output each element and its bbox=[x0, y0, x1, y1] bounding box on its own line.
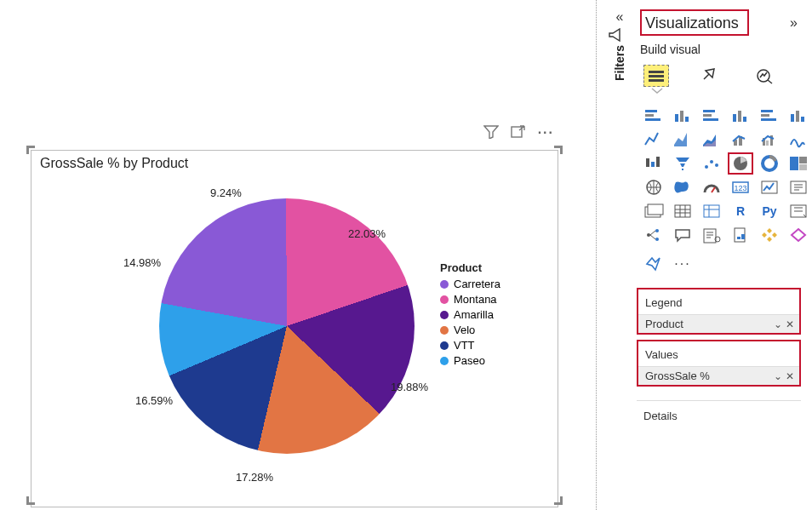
viz-py-icon[interactable]: Py bbox=[758, 201, 781, 221]
legend-swatch bbox=[440, 326, 449, 335]
legend-item[interactable]: Paseo bbox=[440, 354, 500, 367]
legend-label: VTT bbox=[454, 339, 475, 352]
filter-icon[interactable] bbox=[483, 125, 499, 140]
collapse-panel-icon[interactable]: » bbox=[786, 12, 801, 34]
viz-matrix-icon[interactable] bbox=[700, 201, 723, 221]
resize-handle-tr[interactable] bbox=[554, 146, 563, 154]
legend-item[interactable]: Amarilla bbox=[440, 308, 500, 321]
build-visual-tab[interactable] bbox=[643, 65, 669, 87]
chevron-down-icon[interactable]: ⌄ bbox=[774, 318, 782, 330]
more-options-icon[interactable]: ··· bbox=[538, 125, 554, 140]
data-label: 14.98% bbox=[123, 256, 161, 269]
viz-waterfall-icon[interactable] bbox=[642, 153, 666, 174]
svg-rect-0 bbox=[512, 127, 522, 137]
viz-scatter-icon[interactable] bbox=[700, 153, 723, 174]
svg-rect-15 bbox=[738, 111, 741, 122]
viz-funnel-icon[interactable] bbox=[671, 153, 695, 174]
visualizations-panel: Visualizations » Build visual 123RPy ···… bbox=[632, 4, 806, 426]
legend-field-well: Legend Product ⌄ ✕ bbox=[637, 288, 801, 335]
viz-clustered-bar-h-icon[interactable] bbox=[700, 106, 723, 126]
svg-rect-5 bbox=[645, 110, 657, 112]
legend-item[interactable]: VTT bbox=[440, 339, 500, 352]
build-visual-label: Build visual bbox=[632, 41, 806, 61]
viz-line-col-icon[interactable] bbox=[729, 129, 752, 150]
viz-narrative-icon[interactable] bbox=[700, 225, 723, 245]
analytics-tab[interactable] bbox=[752, 65, 778, 87]
viz-kpi-icon[interactable] bbox=[758, 177, 781, 198]
svg-rect-17 bbox=[761, 110, 773, 112]
viz-card-icon[interactable]: 123 bbox=[729, 177, 752, 198]
viz-r-icon[interactable]: R bbox=[729, 201, 752, 221]
legend-item[interactable]: Carretera bbox=[440, 278, 500, 290]
data-label: 19.88% bbox=[391, 381, 428, 393]
viz-getmore-icon[interactable] bbox=[786, 225, 810, 245]
data-label: 16.59% bbox=[135, 394, 173, 407]
svg-rect-1 bbox=[649, 71, 664, 73]
viz-area-icon[interactable] bbox=[671, 129, 695, 150]
field-well-header: Values bbox=[638, 341, 799, 366]
legend-item[interactable]: Velo bbox=[440, 324, 500, 336]
legend-field[interactable]: Product ⌄ ✕ bbox=[638, 314, 799, 333]
panel-title: Visualizations bbox=[640, 9, 749, 36]
powerapps-icon[interactable] bbox=[642, 254, 666, 274]
svg-rect-13 bbox=[703, 118, 718, 121]
svg-rect-11 bbox=[703, 110, 715, 112]
svg-rect-9 bbox=[680, 111, 683, 122]
remove-field-icon[interactable]: ✕ bbox=[786, 370, 794, 382]
viz-filled-map-icon[interactable] bbox=[671, 177, 695, 198]
visual-tile[interactable]: ··· GrossSale % by Product 22.03% 19.88%… bbox=[31, 150, 558, 507]
viz-slicer-icon[interactable] bbox=[786, 177, 810, 198]
viz-100pct-bar-v-icon[interactable] bbox=[786, 106, 810, 126]
viz-appsource-icon[interactable] bbox=[758, 225, 781, 245]
filters-collapsed-panel[interactable]: « Filters bbox=[608, 9, 632, 81]
legend-label: Paseo bbox=[454, 354, 485, 367]
megaphone-icon[interactable] bbox=[608, 28, 632, 42]
svg-rect-30 bbox=[656, 157, 660, 167]
viz-type-gallery: 123RPy bbox=[632, 99, 806, 252]
viz-stacked-area-icon[interactable] bbox=[700, 129, 723, 150]
svg-rect-10 bbox=[685, 117, 689, 122]
expand-filters-icon[interactable]: « bbox=[608, 9, 632, 25]
svg-rect-45 bbox=[648, 204, 663, 215]
viz-keyinf-icon[interactable] bbox=[786, 201, 810, 221]
legend-swatch bbox=[440, 311, 449, 319]
viz-stacked-bar-h-icon[interactable] bbox=[642, 106, 666, 126]
more-visuals-icon[interactable]: ··· bbox=[671, 254, 695, 274]
svg-rect-18 bbox=[761, 114, 769, 117]
values-field[interactable]: GrossSale % ⌄ ✕ bbox=[638, 366, 799, 385]
svg-rect-19 bbox=[761, 118, 776, 121]
format-visual-tab[interactable] bbox=[698, 65, 723, 87]
viz-gauge-icon[interactable] bbox=[700, 177, 723, 198]
remove-field-icon[interactable]: ✕ bbox=[786, 318, 794, 330]
resize-handle-tl[interactable] bbox=[26, 146, 35, 154]
svg-rect-2 bbox=[649, 75, 664, 77]
chart-title: GrossSale % by Product bbox=[40, 156, 188, 171]
viz-map-icon[interactable] bbox=[642, 177, 666, 198]
viz-line-col2-icon[interactable] bbox=[758, 129, 781, 150]
viz-ribbon-icon[interactable] bbox=[786, 129, 810, 150]
resize-handle-bl[interactable] bbox=[26, 496, 35, 505]
viz-clustered-bar-v-icon[interactable] bbox=[729, 106, 752, 126]
focus-mode-icon[interactable] bbox=[511, 125, 526, 140]
viz-multicard-icon[interactable] bbox=[642, 201, 666, 221]
svg-point-32 bbox=[710, 160, 713, 163]
field-value-label: GrossSale % bbox=[645, 370, 710, 382]
svg-rect-42 bbox=[762, 181, 777, 193]
svg-rect-12 bbox=[703, 114, 712, 117]
viz-line-icon[interactable] bbox=[642, 129, 666, 150]
viz-pie-icon[interactable] bbox=[729, 153, 752, 174]
legend-title: Product bbox=[440, 261, 500, 274]
viz-donut-icon[interactable] bbox=[758, 153, 781, 174]
viz-100pct-bar-h-icon[interactable] bbox=[758, 106, 781, 126]
viz-treemap-icon[interactable] bbox=[786, 153, 810, 174]
panel-divider[interactable] bbox=[596, 0, 597, 510]
viz-qna-icon[interactable] bbox=[671, 225, 695, 245]
viz-paginated-icon[interactable] bbox=[729, 225, 752, 245]
viz-stacked-bar-v-icon[interactable] bbox=[671, 106, 695, 126]
chevron-down-icon[interactable]: ⌄ bbox=[774, 370, 782, 382]
resize-handle-br[interactable] bbox=[554, 496, 563, 505]
svg-point-31 bbox=[705, 165, 708, 169]
legend-item[interactable]: Montana bbox=[440, 293, 500, 306]
viz-decomp-icon[interactable] bbox=[642, 225, 666, 245]
viz-table-icon[interactable] bbox=[671, 201, 695, 221]
